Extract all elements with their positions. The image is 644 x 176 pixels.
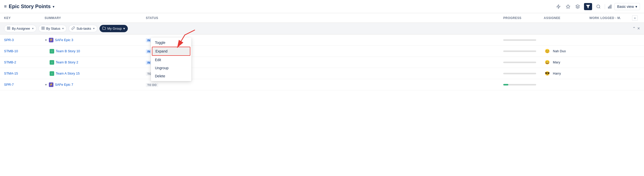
add-column-button[interactable]: + (632, 15, 638, 21)
close-filter-button[interactable]: × (637, 26, 640, 31)
layers-button[interactable] (574, 3, 581, 10)
avatar: 😄 (544, 59, 551, 66)
col-header-progress: Progress (503, 16, 544, 20)
svg-rect-12 (42, 28, 43, 29)
dropdown-item-ungroup[interactable]: Ungroup (151, 64, 191, 72)
cell-status: TO DO (146, 72, 503, 76)
svg-marker-1 (576, 5, 579, 7)
bar-chart-icon (608, 5, 611, 9)
cell-status: IN PROGRE... (146, 38, 503, 42)
basic-view-button[interactable]: Basic view ▾ (614, 3, 640, 10)
cell-progress (503, 73, 544, 74)
lightning-button[interactable] (555, 3, 562, 10)
svg-marker-2 (586, 5, 590, 8)
header-divider (605, 4, 605, 9)
summary-text[interactable]: SAFe Epic 7 (55, 83, 73, 86)
cell-key[interactable]: STMB-10 (4, 49, 45, 53)
epic-icon: ⚡ (49, 38, 53, 42)
col-header-assignee: Assignee (544, 16, 589, 20)
svg-rect-8 (7, 28, 8, 29)
svg-rect-10 (43, 27, 44, 28)
table-row: SPR-7▼⚡SAFe Epic 7TO DO (0, 79, 644, 90)
col-header-worklogged: Work Logged - M. (589, 16, 630, 20)
cell-key[interactable]: STMA-15 (4, 72, 45, 75)
svg-rect-11 (43, 28, 44, 29)
col-header-summary: Summary (45, 16, 146, 20)
cell-summary: ↑Team B Story 10 (45, 49, 146, 54)
summary-text[interactable]: SAFe Epic 3 (55, 38, 73, 42)
table-body: SPR-3▼⚡SAFe Epic 3IN PROGRE...STMB-10↑Te… (0, 34, 644, 90)
expand-arrow-icon[interactable]: ▼ (45, 39, 47, 42)
column-headers: Key Summary Status Progress Assignee Wor… (0, 13, 644, 23)
cell-status: TO DO (146, 83, 503, 87)
header-bar: ≡ Epic Story Points ▾ (0, 0, 644, 13)
col-header-status: Status (146, 16, 503, 20)
basic-view-chevron: ▾ (635, 5, 637, 9)
svg-line-4 (599, 7, 600, 8)
cell-summary: ▼⚡SAFe Epic 3 (45, 38, 146, 42)
search-button[interactable] (595, 3, 602, 10)
avatar: 😊 (544, 48, 551, 55)
pin-button[interactable] (565, 3, 571, 10)
cell-progress (503, 39, 544, 41)
subtasks-label: Sub-tasks (76, 27, 91, 30)
expand-arrow-icon[interactable]: ▼ (45, 83, 47, 86)
summary-text[interactable]: Team B Story 2 (56, 60, 78, 64)
page-title: Epic Story Points (9, 4, 51, 9)
cell-summary: ↑Team B Story 2 (45, 60, 146, 65)
collapse-button[interactable]: ⌃ (632, 26, 636, 31)
dropdown-menu: ToggleExpandEditUngroupDelete (151, 38, 191, 81)
cell-key[interactable]: STMB-2 (4, 60, 45, 64)
svg-rect-5 (7, 27, 8, 28)
col-header-key: Key (4, 16, 45, 20)
svg-point-3 (597, 5, 600, 8)
assignee-name: Harry (553, 72, 561, 75)
cell-assignee: 😊Nah Duo (544, 48, 589, 55)
cell-key[interactable]: SPR-7 (4, 83, 45, 86)
dropdown-item-edit[interactable]: Edit (151, 56, 191, 64)
cell-progress (503, 62, 544, 63)
dropdown-item-expand[interactable]: Expand (152, 47, 190, 56)
dropdown-item-delete[interactable]: Delete (151, 72, 191, 80)
table-row: SPR-3▼⚡SAFe Epic 3IN PROGRE... (0, 34, 644, 46)
my-group-pill[interactable]: My Group ▾ (99, 25, 128, 32)
cell-progress (503, 84, 544, 85)
cell-assignee: 😎Harry (544, 70, 589, 77)
subtasks-icon (71, 26, 75, 31)
table-row: STMB-2↑Team B Story 2IN PROGRE...😄Mary (0, 57, 644, 68)
story-icon: ↑ (50, 71, 54, 76)
basic-view-label: Basic view (617, 5, 634, 9)
cell-assignee: 😄Mary (544, 59, 589, 66)
col-header-add: + (630, 15, 640, 21)
by-status-pill[interactable]: By Status ▾ (38, 25, 67, 32)
svg-marker-0 (557, 5, 560, 8)
my-group-label: My Group (107, 27, 122, 30)
story-icon: ↑ (50, 49, 54, 54)
summary-text[interactable]: Team A Story 15 (56, 72, 80, 75)
list-icon: ≡ (4, 4, 7, 9)
cell-summary: ↑Team A Story 15 (45, 71, 146, 76)
assignee-name: Nah Duo (553, 49, 566, 53)
epic-icon: ⚡ (49, 82, 53, 87)
filter-bar: By Assignee ▾ By Status ▾ Sub-tasks ▾ (0, 23, 644, 34)
summary-text[interactable]: Team B Story 10 (56, 49, 80, 53)
svg-rect-7 (9, 28, 10, 29)
avatar: 😎 (544, 70, 551, 77)
filter-button[interactable] (584, 3, 592, 10)
my-group-icon (102, 26, 106, 31)
by-status-chevron: ▾ (62, 27, 64, 30)
cell-summary: ▼⚡SAFe Epic 7 (45, 82, 146, 87)
subtasks-pill[interactable]: Sub-tasks ▾ (69, 25, 97, 32)
table-row: STMA-15↑Team A Story 15TO DO😎Harry (0, 68, 644, 79)
cell-key[interactable]: SPR-3 (4, 38, 45, 42)
story-icon: ↑ (50, 60, 54, 65)
by-status-label: By Status (46, 27, 61, 30)
filter-bar-right: ⌃ × (632, 26, 640, 31)
my-group-chevron: ▾ (123, 27, 125, 30)
status-badge: TO DO (146, 83, 158, 87)
cell-status: IN PROGRE... (146, 60, 503, 64)
by-assignee-chevron: ▾ (32, 27, 34, 30)
title-chevron-icon[interactable]: ▾ (53, 5, 54, 9)
by-assignee-pill[interactable]: By Assignee ▾ (4, 25, 36, 32)
dropdown-item-toggle[interactable]: Toggle (151, 39, 191, 47)
